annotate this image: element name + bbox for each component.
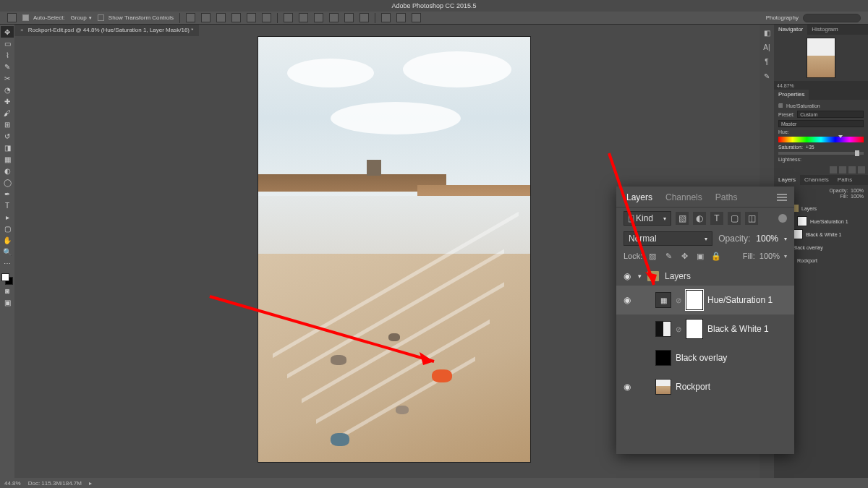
disclosure-triangle-icon[interactable]: ▾ [638,273,642,280]
layer-row-black-white[interactable]: ⊘ Black & White 1 [616,314,794,343]
layer-mask-thumbnail[interactable] [686,290,703,310]
filter-adjust-icon[interactable]: ◐ [693,212,706,225]
lock-pixels-icon[interactable]: ✎ [663,250,674,262]
hue-slider[interactable] [778,137,864,142]
filter-kind-dropdown[interactable]: ⎕Kind▾ [624,211,671,226]
visibility-toggle[interactable]: ◉ [622,271,632,281]
tab-paths[interactable]: Paths [715,192,738,202]
layer-name[interactable]: Hue/Saturation 1 [707,295,788,305]
visibility-toggle[interactable]: ◉ [622,295,632,305]
character-panel-icon[interactable]: A| [762,42,772,52]
channel-dropdown[interactable]: Master [778,120,864,127]
mask-link-icon[interactable]: ⊘ [676,296,681,304]
layer-name[interactable]: Black overlay [676,353,788,363]
mask-link-icon[interactable]: ⊘ [676,325,681,333]
align-icon[interactable] [262,13,271,22]
distribute-icon[interactable] [344,13,354,22]
brush-tool[interactable]: 🖌 [1,107,14,119]
blur-tool[interactable]: ◐ [1,165,14,176]
layer-name[interactable]: Black & White 1 [707,324,788,334]
filter-type-icon[interactable]: T [710,212,723,225]
dodge-tool[interactable]: ◯ [1,176,14,188]
3d-mode-icon[interactable] [412,13,421,22]
lock-artboard-icon[interactable]: ▣ [694,250,706,262]
lock-position-icon[interactable]: ✥ [678,250,690,262]
search-input[interactable] [803,14,861,22]
3d-mode-icon[interactable] [396,13,406,22]
close-tab-icon[interactable]: × [20,25,24,36]
fill-value[interactable]: 100% [760,252,780,260]
align-icon[interactable] [231,13,241,22]
visibility-toggle[interactable]: ◉ [622,382,632,392]
edit-toolbar[interactable]: ⋯ [1,257,14,269]
brush-panel-icon[interactable]: ✎ [762,71,772,81]
reset-icon[interactable] [848,166,856,174]
align-icon[interactable] [186,13,195,22]
status-doc-info[interactable]: Doc: 115.3M/184.7M [28,480,82,487]
distribute-icon[interactable] [299,13,308,22]
workspace-label[interactable]: Photography [766,14,799,21]
preset-dropdown[interactable]: Custom [797,111,864,118]
quickmask-toggle[interactable]: ◙ [1,285,14,296]
filter-shape-icon[interactable]: ▢ [728,212,741,225]
layer-row-hue-saturation[interactable]: ◉ ▦ ⊘ Hue/Saturation 1 [616,286,794,314]
hand-tool[interactable]: ✋ [1,234,14,246]
distribute-icon[interactable] [314,13,323,22]
opacity-value[interactable]: 100% [756,234,778,244]
clip-icon[interactable] [830,166,837,174]
tab-histogram[interactable]: Histogram [807,25,842,35]
document-canvas[interactable] [258,36,531,463]
blend-mode-dropdown[interactable]: Normal▾ [624,231,712,246]
color-panel-icon[interactable]: ◧ [762,27,772,38]
layer-mask-thumbnail[interactable] [686,319,703,339]
tab-layers-mini[interactable]: Layers [774,175,800,185]
opacity-value-mini[interactable]: 100% [851,188,864,193]
layer-row-rockport[interactable]: ◉ Rockport [616,372,794,401]
filter-pixel-icon[interactable]: ▧ [676,212,689,225]
document-tab[interactable]: × Rockport-Edit.psd @ 44.8% (Hue/Saturat… [14,25,199,36]
foreground-background-colors[interactable] [1,273,13,285]
distribute-icon[interactable] [329,13,339,22]
distribute-icon[interactable] [359,13,369,22]
layer-name[interactable]: Rockport [676,382,788,392]
show-transform-toggle[interactable]: Show Transform Controls [98,14,174,21]
crop-tool[interactable]: ✂ [1,72,14,84]
layer-group-row[interactable]: ◉ ▾ Layers [616,267,794,286]
move-tool[interactable]: ✥ [1,26,14,38]
3d-mode-icon[interactable] [381,13,391,22]
view-previous-icon[interactable] [839,166,846,174]
lock-transparency-icon[interactable]: ▨ [647,250,658,262]
status-zoom[interactable]: 44.8% [4,480,21,487]
panel-menu-icon[interactable] [777,194,787,201]
distribute-icon[interactable] [284,13,293,22]
type-tool[interactable]: T [1,200,14,211]
layer-thumbnail[interactable] [655,350,671,366]
history-brush-tool[interactable]: ↺ [1,130,14,142]
auto-select-mode-dropdown[interactable]: Group▾ [71,14,92,21]
filter-toggle-switch[interactable] [778,214,787,223]
tab-paths-mini[interactable]: Paths [833,175,856,185]
shape-tool[interactable]: ▢ [1,223,14,234]
tab-navigator[interactable]: Navigator [774,25,807,35]
zoom-tool[interactable]: 🔍 [1,246,14,257]
adjustment-thumbnail[interactable]: ▦ [655,292,671,308]
marquee-tool[interactable]: ▭ [1,38,14,49]
eraser-tool[interactable]: ◨ [1,142,14,153]
align-icon[interactable] [216,13,226,22]
pen-tool[interactable]: ✒ [1,188,14,200]
align-icon[interactable] [201,13,210,22]
tab-layers[interactable]: Layers [626,192,652,202]
saturation-slider[interactable] [778,152,864,155]
tab-channels[interactable]: Channels [665,192,702,202]
lock-all-icon[interactable]: 🔒 [710,250,722,262]
clone-stamp-tool[interactable]: ⊞ [1,119,14,130]
healing-brush-tool[interactable]: ✚ [1,95,14,107]
paragraph-panel-icon[interactable]: ¶ [762,56,772,67]
gradient-tool[interactable]: ▦ [1,153,14,165]
adjustment-thumbnail[interactable] [655,321,671,337]
layer-thumbnail[interactable] [655,379,671,395]
lasso-tool[interactable]: ⌇ [1,49,14,61]
filter-smart-icon[interactable]: ◫ [745,212,758,225]
layer-row-black-overlay[interactable]: Black overlay [616,343,794,372]
tab-properties[interactable]: Properties [774,90,809,100]
